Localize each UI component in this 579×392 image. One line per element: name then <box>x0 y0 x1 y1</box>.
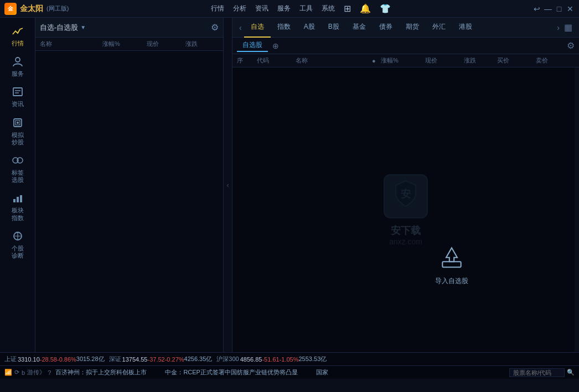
sidebar-item-quotes[interactable]: 行情 <box>1 22 34 51</box>
nav-item-info[interactable]: 资讯 <box>255 4 268 13</box>
nav-item-system[interactable]: 系统 <box>322 4 335 13</box>
sh-index-change: -28.58 <box>40 356 57 363</box>
sidebar-label-simulation: 模拟 炒股 <box>12 132 24 146</box>
tab-bshare[interactable]: B股 <box>322 18 346 38</box>
sh-index-vol: 3015.28亿 <box>76 355 105 363</box>
th-dot: ● <box>372 58 381 64</box>
nav-user-icon[interactable]: 👕 <box>380 3 391 14</box>
import-icon <box>435 244 468 272</box>
news-bar: 📶 ⟳ b 游传》 ? 百济神州：拟于上交所科创板上市 中金：RCEP正式签署中… <box>0 365 579 379</box>
watermark-sub: anxz.com <box>384 237 428 246</box>
news-icons: 📶 ⟳ b 游传》 ? <box>4 368 51 377</box>
th-change-pct: 涨幅% <box>381 56 425 65</box>
sidebar-label-service: 服务 <box>12 70 24 77</box>
th-seq: 序 <box>237 56 257 65</box>
stock-search-input[interactable] <box>509 368 565 377</box>
news-text: 百济神州：拟于上交所科创板上市 中金：RCEP正式签署中国纺服产业链优势将凸显 … <box>55 368 505 377</box>
sidebar-item-diagnosis[interactable]: 个股 诊断 <box>1 226 34 264</box>
subtabs-gear-button[interactable]: ⚙ <box>567 40 575 51</box>
svg-point-0 <box>15 58 20 62</box>
tab-index[interactable]: 指数 <box>271 18 297 38</box>
nav-item-tools[interactable]: 工具 <box>299 4 313 13</box>
tab-bond[interactable]: 债券 <box>373 18 399 38</box>
tab-forex[interactable]: 外汇 <box>426 18 452 38</box>
hs300-value: 4856.85 <box>240 356 262 363</box>
hs300-label: 沪深300 <box>216 355 239 363</box>
right-subtabs: 自选股 ⊕ ⚙ <box>232 38 579 54</box>
tab-nav-right-button[interactable]: › <box>555 23 562 32</box>
tab-watchlist[interactable]: 自选 <box>244 18 271 38</box>
nav-item-quotes[interactable]: 行情 <box>211 4 224 13</box>
sidebar-item-sector[interactable]: 板块 指数 <box>1 188 34 226</box>
import-button[interactable]: 导入自选股 <box>435 244 468 286</box>
info-icon <box>12 86 23 99</box>
tab-futures[interactable]: 期货 <box>399 18 426 38</box>
tags-icon <box>12 155 23 168</box>
nav-item-service[interactable]: 服务 <box>277 4 291 13</box>
nav-grid-icon[interactable]: ⊞ <box>344 3 351 14</box>
left-panel-table-header: 名称 涨幅% 现价 涨跌 <box>35 38 223 51</box>
svg-rect-9 <box>13 199 15 202</box>
nav-bell-icon[interactable]: 🔔 <box>360 3 371 14</box>
news-item-2: 中金：RCEP正式签署中国纺服产业链优势将凸显 <box>165 369 298 375</box>
svg-text:安: 安 <box>400 188 411 200</box>
maximize-button[interactable]: □ <box>555 4 564 13</box>
search-icon[interactable]: 🔍 <box>567 369 575 376</box>
watchlist-dropdown-arrow: ▼ <box>80 24 86 30</box>
sidebar-item-service[interactable]: 服务 <box>1 51 34 82</box>
right-table-header: 序 代码 名称 ● 涨幅% 现价 涨跌 买价 卖价 <box>232 54 579 67</box>
status-bar: 上证 3310.10 -28.58 -0.86% 3015.28亿 深证 137… <box>0 352 579 365</box>
undo-button[interactable]: ↩ <box>533 4 541 13</box>
sidebar-label-diagnosis: 个股 诊断 <box>12 245 24 259</box>
left-panel: 自选-自选股 ▼ ⚙ 名称 涨幅% 现价 涨跌 <box>35 18 224 352</box>
tab-ashare[interactable]: A股 <box>297 18 322 38</box>
col-price: 现价 <box>147 40 185 48</box>
right-panel: ‹ 自选 指数 A股 B股 基金 债券 期货 外汇 港股 › ▦ 自选股 ⊕ ⚙… <box>232 18 579 352</box>
svg-rect-14 <box>442 262 461 267</box>
sz-index-vol: 4256.35亿 <box>184 355 213 363</box>
titlebar: 金 金太阳 (网工版) 行情 分析 资讯 服务 工具 系统 ⊞ 🔔 👕 ↩ — … <box>0 0 579 18</box>
sidebar-item-simulation[interactable]: 模拟 炒股 <box>1 113 34 150</box>
nav-item-analysis[interactable]: 分析 <box>233 4 246 13</box>
watchlist-title: 自选-自选股 <box>40 23 78 33</box>
sz-index-change: -37.52 <box>147 356 164 363</box>
sidebar-label-info: 资讯 <box>12 101 24 108</box>
refresh-icon[interactable]: ⟳ <box>14 369 19 376</box>
quotes-icon <box>12 27 23 38</box>
col-change-pct: 涨幅% <box>102 40 147 48</box>
sh-index-pct: -0.86% <box>57 356 76 363</box>
close-button[interactable]: ✕ <box>566 4 575 13</box>
right-scrollbar[interactable] <box>575 67 579 352</box>
titlebar-left: 金 金太阳 (网工版) <box>4 3 69 15</box>
news-item-1: 百济神州：拟于上交所科创板上市 <box>55 369 147 375</box>
svg-marker-15 <box>446 248 457 262</box>
th-buy: 买价 <box>497 56 536 65</box>
th-code: 代码 <box>257 56 296 65</box>
tab-fund[interactable]: 基金 <box>346 18 373 38</box>
watermark-text: 安下载 <box>384 224 428 237</box>
news-source-label: 游传》 <box>27 368 45 377</box>
news-b-label: b <box>22 369 25 376</box>
sidebar-item-info[interactable]: 资讯 <box>1 82 34 112</box>
watchlist-selector[interactable]: 自选-自选股 ▼ <box>40 23 86 33</box>
sh-index-value: 3310.10 <box>18 356 40 363</box>
sidebar-item-tags[interactable]: 标签 选股 <box>1 150 34 188</box>
minimize-button[interactable]: — <box>544 4 552 13</box>
wifi-icon: 📶 <box>4 369 12 376</box>
tab-hk[interactable]: 港股 <box>452 18 479 38</box>
sector-icon <box>12 192 23 205</box>
app-logo: 金 <box>4 3 17 15</box>
collapse-panel-button[interactable]: ‹ <box>224 18 232 352</box>
left-panel-gear-button[interactable]: ⚙ <box>211 22 219 33</box>
subtab-watchlist-stocks[interactable]: 自选股 <box>237 40 268 52</box>
tab-nav-left-button[interactable]: ‹ <box>237 23 244 32</box>
th-change: 涨跌 <box>464 56 497 65</box>
main-layout: 行情 服务 资讯 模拟 炒股 标签 选股 <box>0 18 579 352</box>
sidebar-label-quotes: 行情 <box>12 40 24 47</box>
tab-grid-button[interactable]: ▦ <box>562 22 575 33</box>
news-separator-1 <box>153 369 159 375</box>
app-title: 金太阳 <box>20 4 43 14</box>
hs300-pct: -1.05% <box>280 356 299 363</box>
subtab-add-button[interactable]: ⊕ <box>270 41 281 50</box>
news-search: 🔍 <box>509 368 575 377</box>
